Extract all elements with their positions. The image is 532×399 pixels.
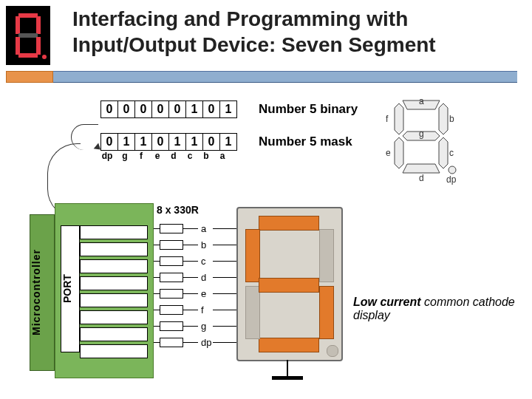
ground-icon bbox=[272, 376, 303, 380]
bit-cell: 1 bbox=[220, 134, 236, 150]
bit-cell: 1 bbox=[186, 101, 203, 117]
bit-label: g bbox=[117, 151, 133, 161]
display-caption: Low current common cathode display bbox=[353, 296, 517, 322]
binary-row-label: Number 5 binary bbox=[259, 102, 358, 117]
pin-label: f bbox=[201, 304, 213, 316]
segment-e bbox=[245, 286, 260, 339]
port-pin bbox=[80, 293, 148, 307]
svg-point-7 bbox=[449, 166, 456, 174]
bit-cell: 1 bbox=[135, 134, 152, 150]
svg-marker-5 bbox=[395, 103, 403, 134]
segment-f bbox=[245, 229, 260, 282]
header: Interfacing and Programming with Input/O… bbox=[0, 0, 532, 65]
resistor-line: f bbox=[154, 301, 247, 318]
resistor-icon bbox=[160, 273, 183, 282]
mask-row: 01101101 bbox=[100, 133, 237, 151]
bit-cell: 0 bbox=[203, 134, 220, 150]
bit-label: b bbox=[198, 151, 214, 161]
bit-label: c bbox=[182, 151, 198, 161]
segment-a bbox=[259, 216, 319, 231]
bit-label: e bbox=[149, 151, 166, 161]
segment-c bbox=[319, 286, 334, 339]
resistor-icon bbox=[160, 289, 183, 299]
resistor-line: d bbox=[154, 269, 247, 285]
resistor-line: g bbox=[154, 318, 247, 334]
resistor-line: c bbox=[154, 253, 247, 269]
port-pin bbox=[80, 225, 148, 239]
port-pin bbox=[80, 242, 148, 256]
seg-label-a: a bbox=[419, 96, 424, 106]
seg-label-c: c bbox=[449, 148, 454, 158]
pin-label: b bbox=[201, 239, 213, 250]
resistor-icon bbox=[160, 240, 183, 250]
pin-label: c bbox=[201, 256, 213, 267]
resistor-icon bbox=[160, 305, 183, 315]
svg-marker-4 bbox=[395, 137, 403, 168]
microcontroller-block: Microcontroller bbox=[30, 214, 55, 371]
bit-cell: 0 bbox=[152, 134, 169, 150]
svg-marker-1 bbox=[439, 103, 448, 134]
resistor-icon bbox=[160, 224, 183, 233]
pin-label: a bbox=[201, 223, 213, 234]
port-pin bbox=[80, 276, 148, 290]
seg-label-d: d bbox=[419, 173, 424, 183]
resistor-line: e bbox=[154, 285, 247, 301]
bit-label: d bbox=[166, 151, 182, 161]
binary-row: 00000101 bbox=[100, 100, 237, 118]
bit-cell: 1 bbox=[220, 101, 236, 117]
segment-g bbox=[259, 278, 319, 293]
bit-label: dp bbox=[98, 151, 117, 161]
port-pin bbox=[80, 327, 148, 341]
resistor-line: b bbox=[154, 236, 247, 253]
port-pin bbox=[80, 344, 148, 358]
svg-marker-2 bbox=[439, 137, 448, 168]
title-accent bbox=[6, 71, 53, 83]
seg-label-b: b bbox=[449, 114, 454, 124]
segment-dp bbox=[327, 345, 338, 357]
segment-map-icon: a b c d e f g dp bbox=[384, 96, 458, 177]
bit-label: a bbox=[214, 151, 231, 161]
pin-label: g bbox=[201, 321, 213, 332]
diagram-area: 00000101 Number 5 binary 01101101 Number… bbox=[30, 96, 517, 384]
resistor-icon bbox=[160, 321, 183, 331]
svg-marker-3 bbox=[403, 164, 440, 173]
segment-b bbox=[319, 229, 334, 282]
port-pins bbox=[80, 225, 148, 361]
seg-label-e: e bbox=[386, 148, 391, 158]
bit-cell: 0 bbox=[135, 101, 152, 117]
ground-icon bbox=[287, 360, 288, 376]
seg-label-g: g bbox=[419, 129, 424, 139]
segment-d bbox=[259, 338, 319, 352]
pin-label: d bbox=[201, 272, 213, 283]
bit-cell: 0 bbox=[118, 101, 135, 117]
bit-labels: dpgfedcba bbox=[98, 151, 231, 161]
bit-cell: 0 bbox=[203, 101, 220, 117]
port-pin bbox=[80, 259, 148, 273]
bit-label: f bbox=[133, 151, 149, 161]
port-pin bbox=[80, 310, 148, 324]
title-divider bbox=[52, 71, 517, 83]
seg-label-dp: dp bbox=[446, 174, 456, 185]
bit-cell: 1 bbox=[186, 134, 203, 150]
bit-cell: 0 bbox=[101, 101, 118, 117]
mask-row-label: Number 5 mask bbox=[259, 134, 352, 149]
resistor-label: 8 x 330R bbox=[157, 204, 199, 216]
resistor-icon bbox=[160, 338, 183, 347]
bit-cell: 1 bbox=[169, 134, 186, 150]
bit-cell: 1 bbox=[118, 134, 135, 150]
pin-label: dp bbox=[201, 337, 213, 348]
page-title: Interfacing and Programming with Input/O… bbox=[72, 6, 532, 58]
resistor-icon bbox=[160, 256, 183, 266]
resistor-line: dp bbox=[154, 334, 247, 350]
port-label: PORT bbox=[61, 225, 80, 352]
resistor-bank: abcdefgdp bbox=[154, 220, 247, 350]
bit-cell: 0 bbox=[101, 134, 118, 150]
pin-label: e bbox=[201, 288, 213, 299]
bit-cell: 0 bbox=[152, 101, 169, 117]
bit-cell: 0 bbox=[169, 101, 186, 117]
seven-segment-logo-icon bbox=[6, 6, 50, 65]
seven-segment-display-icon bbox=[236, 207, 343, 361]
resistor-line: a bbox=[154, 220, 247, 236]
seg-label-f: f bbox=[386, 114, 388, 124]
